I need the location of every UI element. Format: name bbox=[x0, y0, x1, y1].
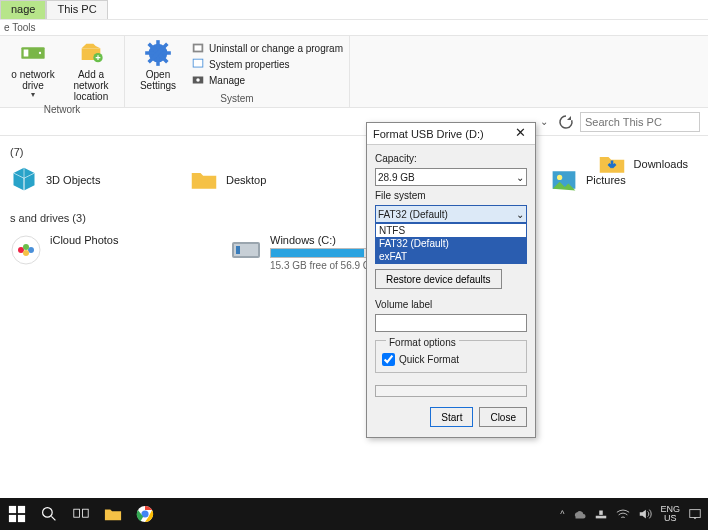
start-button[interactable]: Start bbox=[430, 407, 473, 427]
drives-section-header: s and drives (3) bbox=[10, 212, 698, 224]
volume-icon[interactable] bbox=[638, 507, 652, 521]
filesystem-label: File system bbox=[375, 190, 527, 201]
hdd-icon bbox=[230, 234, 262, 266]
map-network-drive-button[interactable]: o network drive ▾ bbox=[6, 39, 60, 102]
ribbon-tab-active[interactable]: nage bbox=[0, 0, 46, 19]
ribbon-subtab[interactable]: e Tools bbox=[0, 20, 708, 36]
filesystem-value: FAT32 (Default) bbox=[378, 209, 448, 220]
svg-line-32 bbox=[51, 516, 55, 520]
filesystem-option-exfat[interactable]: exFAT bbox=[376, 250, 526, 263]
folder-downloads[interactable]: Downloads bbox=[598, 150, 688, 178]
network-location-icon bbox=[77, 39, 105, 67]
ribbon: o network drive ▾ Add a network location… bbox=[0, 36, 708, 108]
capacity-label: Capacity: bbox=[375, 153, 527, 164]
search-button[interactable] bbox=[38, 503, 60, 525]
svg-rect-37 bbox=[596, 516, 607, 519]
svg-point-20 bbox=[18, 247, 24, 253]
svg-rect-1 bbox=[24, 50, 29, 57]
quick-format-checkbox[interactable]: Quick Format bbox=[382, 353, 520, 366]
open-settings-button[interactable]: Open Settings bbox=[131, 39, 185, 91]
filesystem-option-ntfs[interactable]: NTFS bbox=[376, 224, 526, 237]
add-network-location-label: Add a network location bbox=[64, 69, 118, 102]
windows-icon bbox=[8, 505, 26, 523]
search-icon bbox=[41, 506, 57, 522]
svg-rect-28 bbox=[18, 506, 25, 513]
folder-label: 3D Objects bbox=[46, 174, 100, 186]
properties-icon bbox=[191, 57, 205, 71]
format-dialog: Format USB Drive (D:) ✕ Capacity: 28.9 G… bbox=[366, 122, 536, 438]
network-tray-icon[interactable] bbox=[594, 507, 608, 521]
search-input[interactable] bbox=[580, 112, 700, 132]
uninstall-program-button[interactable]: Uninstall or change a program bbox=[191, 41, 343, 55]
language-indicator[interactable]: ENG US bbox=[660, 505, 680, 523]
svg-rect-11 bbox=[195, 45, 202, 50]
quick-format-label: Quick Format bbox=[399, 354, 459, 365]
restore-defaults-button[interactable]: Restore device defaults bbox=[375, 269, 502, 289]
pictures-icon bbox=[550, 166, 578, 194]
tray-chevron-up-icon[interactable]: ^ bbox=[560, 509, 564, 519]
svg-rect-33 bbox=[74, 509, 80, 517]
gear-icon bbox=[144, 39, 172, 67]
refresh-icon[interactable] bbox=[558, 114, 574, 130]
drive-icloud-photos[interactable]: iCloud Photos bbox=[10, 234, 190, 271]
dialog-title: Format USB Drive (D:) bbox=[373, 128, 484, 140]
ribbon-group-network-label: Network bbox=[44, 104, 81, 115]
format-progress-bar bbox=[375, 385, 527, 397]
add-network-location-button[interactable]: Add a network location bbox=[64, 39, 118, 102]
volume-label-input[interactable] bbox=[375, 314, 527, 332]
svg-rect-13 bbox=[194, 60, 203, 67]
svg-rect-26 bbox=[236, 246, 240, 254]
address-row: ⌄ bbox=[0, 108, 708, 136]
svg-rect-38 bbox=[600, 511, 604, 515]
svg-point-15 bbox=[196, 78, 200, 82]
ribbon-tab-this-pc[interactable]: This PC bbox=[46, 0, 107, 19]
chrome-icon bbox=[136, 505, 154, 523]
svg-point-23 bbox=[23, 250, 29, 256]
folder-icon bbox=[190, 166, 218, 194]
notifications-icon[interactable] bbox=[688, 507, 702, 521]
wifi-icon[interactable] bbox=[616, 507, 630, 521]
chevron-down-icon[interactable]: ⌄ bbox=[540, 116, 548, 127]
filesystem-option-fat32[interactable]: FAT32 (Default) bbox=[376, 237, 526, 250]
svg-point-2 bbox=[39, 52, 41, 54]
drive-label: iCloud Photos bbox=[50, 234, 119, 246]
folder-label: Downloads bbox=[634, 158, 688, 170]
open-settings-label: Open Settings bbox=[131, 69, 185, 91]
capacity-select[interactable]: 28.9 GB ⌄ bbox=[375, 168, 527, 186]
icloud-icon bbox=[10, 234, 42, 266]
ribbon-group-system: Open Settings Uninstall or change a prog… bbox=[125, 36, 350, 107]
system-properties-label: System properties bbox=[209, 59, 290, 70]
system-properties-button[interactable]: System properties bbox=[191, 57, 343, 71]
chevron-down-icon: ⌄ bbox=[516, 209, 524, 220]
taskview-icon bbox=[72, 506, 90, 522]
folder-label: Desktop bbox=[226, 174, 266, 186]
close-button[interactable]: ✕ bbox=[511, 125, 529, 143]
svg-point-31 bbox=[43, 508, 53, 518]
downloads-icon bbox=[598, 150, 626, 178]
chevron-down-icon: ▾ bbox=[31, 91, 35, 100]
volume-label-label: Volume label bbox=[375, 299, 527, 310]
filesystem-select[interactable]: FAT32 (Default) ⌄ bbox=[375, 205, 527, 223]
lang-line2: US bbox=[660, 514, 680, 523]
onedrive-icon[interactable] bbox=[572, 507, 586, 521]
manage-icon bbox=[191, 73, 205, 87]
start-button[interactable] bbox=[6, 503, 28, 525]
svg-point-21 bbox=[28, 247, 34, 253]
quick-format-input[interactable] bbox=[382, 353, 395, 366]
manage-label: Manage bbox=[209, 75, 245, 86]
folder-3d-objects[interactable]: 3D Objects bbox=[10, 166, 150, 194]
folder-desktop[interactable]: Desktop bbox=[190, 166, 330, 194]
format-options-label: Format options bbox=[386, 337, 459, 348]
svg-point-18 bbox=[557, 175, 562, 180]
svg-rect-34 bbox=[83, 509, 89, 517]
manage-button[interactable]: Manage bbox=[191, 73, 343, 87]
filesystem-dropdown: NTFS FAT32 (Default) exFAT bbox=[375, 223, 527, 264]
folder-icon bbox=[103, 505, 123, 523]
chrome-taskbar[interactable] bbox=[134, 503, 156, 525]
file-explorer-taskbar[interactable] bbox=[102, 503, 124, 525]
close-dialog-button[interactable]: Close bbox=[479, 407, 527, 427]
uninstall-icon bbox=[191, 41, 205, 55]
task-view-button[interactable] bbox=[70, 503, 92, 525]
close-icon: ✕ bbox=[515, 125, 526, 140]
network-drive-icon bbox=[19, 39, 47, 67]
